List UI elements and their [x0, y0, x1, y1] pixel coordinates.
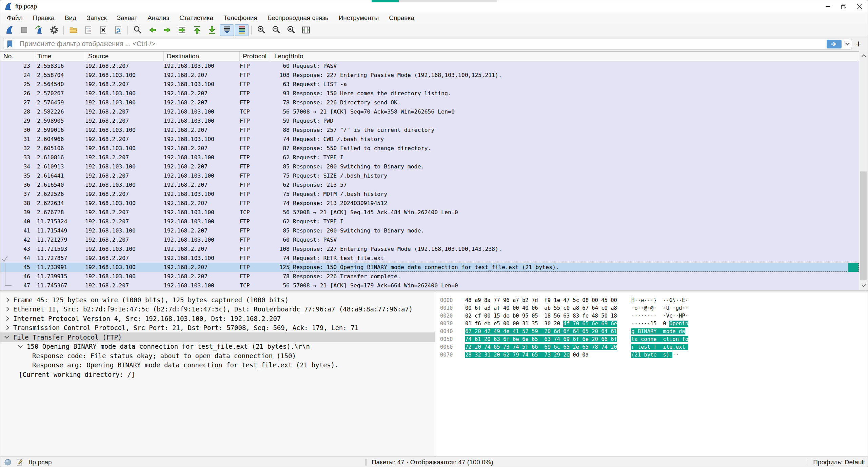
menu-инструменты[interactable]: Инструменты [334, 13, 384, 23]
filter-history-dropdown[interactable] [843, 39, 852, 49]
packet-row-37[interactable]: 372.622526192.168.2.207192.168.103.100FT… [0, 189, 868, 199]
packet-row-46[interactable]: 4611.739915192.168.103.100192.168.2.207F… [0, 272, 868, 281]
packet-row-24[interactable]: 242.558704192.168.103.100192.168.2.207FT… [0, 70, 868, 80]
colorize-button[interactable] [235, 24, 249, 36]
menu-файл[interactable]: Файл [2, 13, 28, 23]
packet-row-34[interactable]: 342.610913192.168.103.100192.168.2.207FT… [0, 162, 868, 171]
cell-pro: FTP [240, 162, 271, 171]
packet-row-47[interactable]: 4711.745367192.168.2.207192.168.103.100T… [0, 281, 868, 290]
scrollbar-thumb[interactable] [860, 171, 867, 280]
detail-line-7[interactable]: Response arg: Opening BINARY mode data c… [0, 361, 435, 370]
capture-options-button[interactable] [47, 24, 61, 36]
hex-row-0050[interactable]: 005074 61 20 63 6f 6e 6e 65 63 74 69 6f … [440, 336, 868, 343]
menu-справка[interactable]: Справка [384, 13, 419, 23]
display-filter-field[interactable]: Примените фильтр отображения ... <Ctrl-/… [3, 39, 852, 49]
hex-row-0040[interactable]: 004067 20 42 49 4e 41 52 59 20 6d 6f 64 … [440, 328, 868, 336]
resize-columns-button[interactable] [299, 24, 313, 36]
go-back-button[interactable] [145, 24, 159, 36]
menu-правка[interactable]: Правка [28, 13, 60, 23]
column-header-time[interactable]: Time [34, 52, 85, 61]
close-file-button[interactable] [96, 24, 110, 36]
packet-row-31[interactable]: 312.604966192.168.2.207192.168.103.100FT… [0, 135, 868, 144]
restore-button[interactable] [836, 0, 852, 13]
stop-capture-button[interactable] [17, 24, 31, 36]
hex-row-0010[interactable]: 001000 6f a3 af 40 00 40 06 ab 55 c0 a8 … [440, 304, 868, 312]
menu-анализ[interactable]: Анализ [142, 13, 174, 23]
save-file-button[interactable]: 01011101 [81, 24, 95, 36]
go-first-button[interactable] [190, 24, 204, 36]
scroll-down-arrow[interactable] [859, 281, 868, 290]
scroll-up-arrow[interactable] [859, 51, 868, 60]
hex-row-0070[interactable]: 007028 32 31 20 62 79 74 65 73 29 2e 0d … [440, 351, 868, 359]
menu-вид[interactable]: Вид [60, 13, 81, 23]
open-file-button[interactable] [66, 24, 80, 36]
go-forward-button[interactable] [160, 24, 174, 36]
packet-row-33[interactable]: 332.610816192.168.2.207192.168.103.100FT… [0, 153, 868, 162]
menu-телефония[interactable]: Телефония [218, 13, 262, 23]
detail-line-5[interactable]: 150 Opening BINARY mode data connection … [0, 342, 435, 351]
packet-row-42[interactable]: 4211.721279192.168.2.207192.168.103.100F… [0, 235, 868, 244]
go-to-packet-button[interactable] [175, 24, 189, 36]
detail-line-3[interactable]: Transmission Control Protocol, Src Port:… [0, 323, 435, 333]
filter-bookmark-button[interactable] [3, 39, 16, 49]
zoom-reset-button[interactable] [284, 24, 298, 36]
cell-time: 2.676728 [34, 208, 85, 217]
menu-запуск[interactable]: Запуск [81, 13, 112, 23]
menu-статистика[interactable]: Статистика [174, 13, 218, 23]
statusbar-profile[interactable]: Профиль: Default [813, 459, 865, 466]
column-header-protocol[interactable]: Protocol [240, 52, 271, 61]
packet-row-25[interactable]: 252.564540192.168.2.207192.168.103.100FT… [0, 80, 868, 89]
horizontal-splitter[interactable] [0, 290, 868, 292]
detail-line-0[interactable]: Frame 45: 125 bytes on wire (1000 bits),… [0, 295, 435, 305]
hex-row-0000[interactable]: 000048 a9 8a 77 96 a7 b2 7d f9 1e 47 5c … [440, 297, 868, 304]
packet-list-scrollbar[interactable] [859, 51, 868, 290]
restart-capture-button[interactable] [32, 24, 46, 36]
menu-захват[interactable]: Захват [112, 13, 142, 23]
column-header-destination[interactable]: Destination [164, 52, 240, 61]
column-header-info[interactable]: Info [290, 52, 859, 61]
packet-row-40[interactable]: 4011.715324192.168.2.207192.168.103.100F… [0, 217, 868, 226]
auto-scroll-button[interactable] [220, 24, 234, 36]
packet-row-38[interactable]: 382.622634192.168.103.100192.168.2.207FT… [0, 199, 868, 208]
find-packet-button[interactable] [130, 24, 144, 36]
go-last-button[interactable] [205, 24, 219, 36]
column-header-source[interactable]: Source [85, 52, 164, 61]
apply-filter-button[interactable] [827, 40, 842, 48]
filter-input[interactable]: Примените фильтр отображения ... <Ctrl-/… [16, 40, 827, 48]
detail-line-2[interactable]: Internet Protocol Version 4, Src: 192.16… [0, 314, 435, 323]
zoom-out-button[interactable] [269, 24, 283, 36]
detail-line-8[interactable]: [Current working directory: /] [0, 370, 435, 379]
reload-file-button[interactable] [111, 24, 125, 36]
add-filter-button[interactable]: + [852, 39, 865, 49]
detail-line-4[interactable]: File Transfer Protocol (FTP) [0, 332, 435, 342]
start-capture-button[interactable] [2, 24, 16, 36]
packet-row-32[interactable]: 322.605106192.168.103.100192.168.2.207FT… [0, 144, 868, 153]
packet-row-23[interactable]: 232.558316192.168.2.207192.168.103.100FT… [0, 61, 868, 70]
expert-info-icon[interactable] [4, 458, 12, 466]
packet-row-45[interactable]: 4511.733991192.168.103.100192.168.2.207F… [0, 263, 868, 272]
packet-row-26[interactable]: 262.570267192.168.103.100192.168.2.207FT… [0, 89, 868, 98]
packet-row-27[interactable]: 272.576459192.168.103.100192.168.2.207FT… [0, 98, 868, 107]
detail-line-1[interactable]: Ethernet II, Src: b2:7d:f9:1e:47:5c (b2:… [0, 305, 435, 314]
packet-row-39[interactable]: 392.676728192.168.2.207192.168.103.100TC… [0, 208, 868, 217]
column-header-length[interactable]: Length [271, 52, 290, 61]
packet-row-43[interactable]: 4311.721593192.168.103.100192.168.2.207F… [0, 244, 868, 253]
hex-row-0060[interactable]: 006072 20 74 65 73 74 5f 66 69 6c 65 2e … [440, 343, 868, 351]
zoom-in-button[interactable] [254, 24, 268, 36]
detail-line-6[interactable]: Response code: File status okay; about t… [0, 351, 435, 361]
packet-row-30[interactable]: 302.599016192.168.103.100192.168.2.207FT… [0, 125, 868, 135]
packet-row-28[interactable]: 282.582226192.168.2.207192.168.103.100TC… [0, 107, 868, 116]
packet-row-44[interactable]: 4411.727857192.168.2.207192.168.103.100F… [0, 253, 868, 263]
minimize-button[interactable] [820, 0, 836, 13]
hex-row-0030[interactable]: 003001 f6 eb e5 00 00 31 35 30 20 4f 70 … [440, 320, 868, 328]
packet-row-29[interactable]: 292.598905192.168.2.207192.168.103.100FT… [0, 116, 868, 125]
packet-row-36[interactable]: 362.616540192.168.103.100192.168.2.207FT… [0, 180, 868, 189]
capture-comment-icon[interactable] [15, 458, 23, 466]
packet-row-41[interactable]: 4111.715449192.168.103.100192.168.2.207F… [0, 226, 868, 235]
close-button[interactable] [852, 0, 868, 13]
menu-беспроводная-связь[interactable]: Беспроводная связь [262, 13, 334, 23]
column-header-no[interactable]: No. [0, 52, 34, 61]
hex-row-0020[interactable]: 002002 cf 00 15 de b0 95 05 18 56 63 83 … [440, 312, 868, 320]
packet-row-35[interactable]: 352.616441192.168.2.207192.168.103.100FT… [0, 171, 868, 180]
statusbar-filename[interactable]: ftp.pcap [29, 459, 52, 466]
